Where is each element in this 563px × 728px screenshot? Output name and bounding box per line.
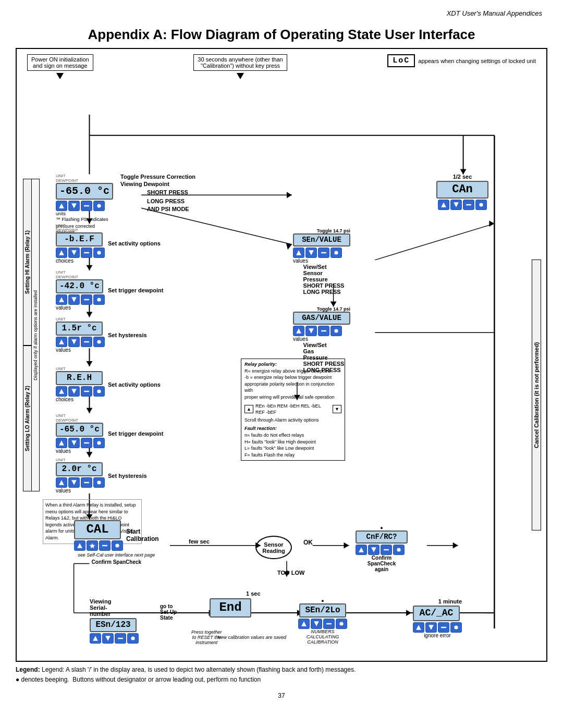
set-hysteresis2-label: Set hysteresis [108,473,147,479]
btn-t2-down[interactable] [68,438,80,448]
diagram-container: Power ON initializationand sign on messa… [16,48,547,662]
btn-r-down[interactable] [68,386,80,397]
btn-cal-cal2[interactable] [112,540,123,551]
btn-r-up[interactable] [56,386,67,397]
btn-esn-up[interactable] [90,633,101,644]
go-to-setup-label: go toSet-UpState [160,603,177,621]
btn-cal[interactable] [93,201,105,211]
btn-t2-enter[interactable] [81,438,92,448]
btn-sv-cal[interactable] [331,248,342,258]
svg-marker-76 [71,480,77,485]
svg-marker-100 [105,636,111,641]
hysteresis2-node: UNIT 2.0r °c values Set hysteresis [56,458,147,493]
btn-t2-cal[interactable] [93,438,105,448]
values1-label: values [56,305,105,311]
btn-t1-enter[interactable] [81,294,92,305]
btn-up[interactable] [56,201,67,211]
btn-can-down[interactable] [450,200,462,210]
svg-marker-55 [59,250,64,255]
svg-point-54 [97,204,101,207]
svg-point-74 [97,441,101,445]
long-press2-label: LONG PRESS [303,289,345,295]
svg-point-58 [97,251,101,255]
btn-up2[interactable] [56,248,67,258]
btn-ac-cal[interactable] [450,622,462,633]
btn-cnf-down[interactable] [368,545,380,555]
btn-ac-up[interactable] [413,622,424,633]
sensor-reading-node: SensorReading [255,536,292,559]
btn-cnf-enter[interactable] [381,545,392,555]
view-set-gas-label: View/SetGasPressure [303,342,345,361]
confirm-spancheck2-label: ConfirmSpanCheckagain [356,555,408,572]
btn-cal2[interactable] [93,248,105,258]
btn-down2[interactable] [68,248,80,258]
btn-can-cal[interactable] [475,200,487,210]
svg-point-86 [334,329,338,332]
trigger1-node: UNITDEWPOINT -42.0 °c values Set trigger… [56,270,163,311]
btn-s2-up[interactable] [298,619,310,629]
short-press-label: SHORT PRESS [147,189,188,195]
btn-enter[interactable] [81,201,92,211]
setting-lo-alarm-label: Setting LO Alarm (Relay 2) [23,346,32,491]
btn-ac-down[interactable] [425,622,437,633]
svg-marker-99 [93,636,98,641]
btn-s2-cal[interactable] [336,619,347,629]
btn-r-cal[interactable] [93,386,105,397]
values4-label: values [56,488,105,493]
btn-s2-down[interactable] [311,619,322,629]
cal-node: CAL StartCalibration see Self-Cal user i… [74,520,159,565]
btn-can-up[interactable] [438,200,449,210]
sen-value-node: Toggle 14.7 psi SEn/VALUE values View/Se… [293,228,350,295]
btn-h2-up[interactable] [56,477,67,488]
viewing-dewpoint-label: Viewing Dewpoint [120,181,195,187]
relay-b: -b = energize relay below trigger dewpoi… [244,374,341,381]
svg-marker-107 [416,625,421,630]
one-minute-label: 1 minute [413,598,462,604]
btn-t1-up[interactable] [56,294,67,305]
page-title: Appendix A: Flow Diagram of Operating St… [0,17,563,48]
btn-gv-down[interactable] [305,326,317,336]
svg-rect-73 [84,442,89,443]
btn-esn-enter[interactable] [115,633,126,644]
btn-t2-up[interactable] [56,438,67,448]
svg-marker-80 [309,250,314,255]
btn-h2-down[interactable] [68,477,80,488]
btn-h1-cal[interactable] [93,337,105,347]
half-sec-label: 1/2 sec [453,174,472,180]
svg-marker-91 [77,543,82,548]
btn-down[interactable] [68,201,80,211]
btn-esn-down[interactable] [102,633,114,644]
btn-sv-down[interactable] [305,248,317,258]
btn-h1-up[interactable] [56,337,67,347]
btn-h1-down[interactable] [68,337,80,347]
btn-cal-star[interactable] [87,540,98,551]
btn-sv-up[interactable] [293,248,304,258]
btn-t1-down[interactable] [68,294,80,305]
fault-f: F= faults Flash the relay [244,452,341,459]
flow-diagram: UNITDEWPOINT -65.0 °c units ™ Flashing P… [22,82,541,656]
btn-sv-enter[interactable] [318,248,329,258]
cnf-node: ● CnF/RC? ConfirmSpanCheckagain [356,525,408,572]
one-sec-label: 1 sec [246,590,261,597]
btn-r-enter[interactable] [81,386,92,397]
btn-cal-up[interactable] [74,540,85,551]
btn-t1-cal[interactable] [93,294,105,305]
set-activity1-label: Set activity options [108,240,161,246]
thirty-sec-label: 30 seconds anywhere (other than"Calibrat… [193,54,287,71]
btn-h2-enter[interactable] [81,477,92,488]
btn-s2-enter[interactable] [323,619,335,629]
btn-gv-up[interactable] [293,326,304,336]
btn-cnf-up[interactable] [356,545,367,555]
short-press2-label: SHORT PRESS [303,282,345,289]
btn-enter2[interactable] [81,248,92,258]
btn-h2-cal[interactable] [93,477,105,488]
btn-cal-enter2[interactable] [99,540,111,551]
power-on-label: Power ON initializationand sign on messa… [27,54,93,71]
btn-h1-enter[interactable] [81,337,92,347]
btn-can-enter[interactable] [463,200,474,210]
btn-gv-cal[interactable] [331,326,342,336]
btn-gv-enter[interactable] [318,326,329,336]
btn-ac-enter[interactable] [438,622,449,633]
btn-cnf-cal[interactable] [393,545,405,555]
btn-esn-cal[interactable] [127,633,139,644]
